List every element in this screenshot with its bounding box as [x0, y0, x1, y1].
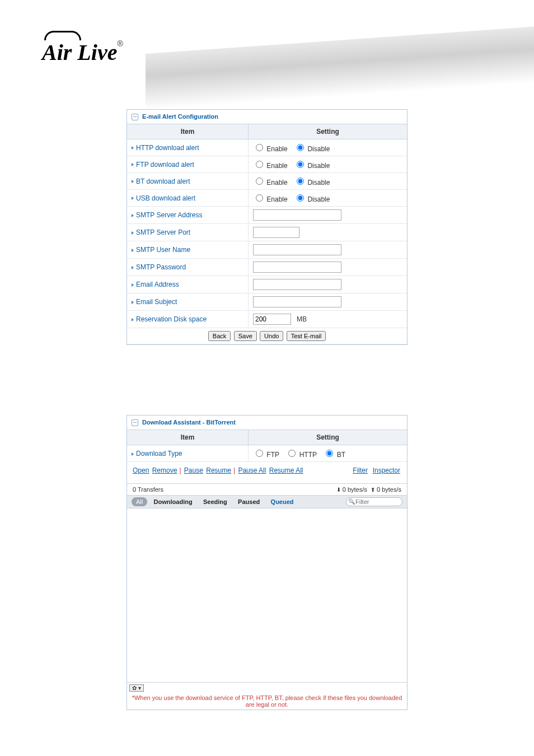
row-arrow-icon: [132, 231, 134, 235]
disable-text: Disable: [307, 162, 330, 170]
row-arrow-icon: [132, 301, 134, 304]
type-http-radio[interactable]: [288, 450, 296, 457]
torrent-list: [127, 508, 407, 682]
row-arrow-icon: [132, 163, 134, 166]
resv-input[interactable]: [253, 314, 291, 325]
filter-link[interactable]: Filter: [353, 466, 368, 474]
header-swoosh: [146, 25, 534, 110]
pause-all-link[interactable]: Pause All: [238, 466, 266, 474]
resume-link[interactable]: Resume: [206, 466, 231, 474]
smtp-user-input[interactable]: [253, 244, 341, 255]
type-ftp-text: FTP: [266, 451, 279, 459]
col-header-item: Item: [127, 430, 249, 445]
download-type-label: Download Type: [136, 450, 182, 458]
usb-disable-radio[interactable]: [297, 194, 304, 202]
row-arrow-icon: [132, 146, 134, 150]
email-panel-title-text: E-mail Alert Configuration: [142, 113, 218, 120]
torrent-toolbar: Open Remove| Pause Resume| Pause All Res…: [127, 462, 407, 483]
brand-logo: Air Live®: [42, 31, 123, 66]
email-subj-input[interactable]: [253, 296, 341, 307]
col-header-item: Item: [127, 124, 249, 139]
remove-link[interactable]: Remove: [152, 466, 177, 474]
disable-text: Disable: [307, 145, 330, 153]
tab-all[interactable]: All: [132, 497, 147, 506]
bt-alert-label: BT download alert: [136, 178, 190, 185]
tab-seeding[interactable]: Seeding: [199, 497, 232, 506]
usb-enable-radio[interactable]: [256, 194, 263, 202]
gear-menu-button[interactable]: ✿ ▾: [129, 684, 144, 692]
ftp-enable-radio[interactable]: [256, 161, 263, 168]
bt-panel-title: Download Assistant - BitTorrent: [127, 416, 407, 430]
pause-link[interactable]: Pause: [184, 466, 203, 474]
email-addr-input[interactable]: [253, 279, 341, 290]
smtp-pass-label: SMTP Password: [136, 263, 186, 271]
enable-text: Enable: [266, 162, 287, 170]
smtp-user-label: SMTP User Name: [136, 246, 190, 254]
bt-panel-title-text: Download Assistant - BitTorrent: [142, 419, 236, 426]
disable-text: Disable: [307, 179, 330, 186]
row-arrow-icon: [132, 180, 134, 183]
back-button[interactable]: Back: [208, 331, 231, 341]
undo-button[interactable]: Undo: [260, 331, 283, 341]
inspector-link[interactable]: Inspector: [373, 466, 400, 474]
open-link[interactable]: Open: [133, 466, 149, 474]
brand-text: Air Live: [42, 40, 117, 65]
row-arrow-icon: [132, 249, 134, 252]
email-subj-label: Email Subject: [136, 298, 177, 306]
logo-arc-icon: [44, 31, 81, 40]
disable-text: Disable: [307, 195, 330, 203]
legal-warning: *When you use the download service of FT…: [127, 693, 407, 710]
smtp-port-input[interactable]: [253, 227, 299, 238]
bittorrent-panel: Download Assistant - BitTorrent Item Set…: [127, 415, 407, 710]
enable-text: Enable: [266, 179, 287, 186]
usb-alert-label: USB download alert: [136, 194, 195, 202]
row-arrow-icon: [132, 214, 134, 217]
transfer-stats-bar: 0 Transfers ⬇ 0 bytes/s ⬆ 0 bytes/s: [127, 483, 407, 496]
tab-queued[interactable]: Queued: [266, 497, 298, 506]
tab-paused[interactable]: Paused: [233, 497, 264, 506]
http-disable-radio[interactable]: [297, 144, 304, 151]
row-arrow-icon: [132, 452, 134, 456]
upload-arrow-icon: ⬆: [371, 487, 375, 493]
transfers-count: 0 Transfers: [133, 486, 163, 493]
type-bt-text: BT: [337, 451, 345, 459]
type-bt-radio[interactable]: [326, 450, 333, 457]
email-addr-label: Email Address: [136, 281, 179, 288]
http-enable-radio[interactable]: [256, 144, 263, 151]
save-button[interactable]: Save: [234, 331, 257, 341]
col-header-setting: Setting: [249, 430, 407, 445]
tab-downloading[interactable]: Downloading: [149, 497, 197, 506]
button-row: Back Save Undo Test E-mail: [127, 328, 407, 344]
download-arrow-icon: ⬇: [336, 487, 341, 493]
resv-label: Reservation Disk space: [136, 315, 207, 323]
row-arrow-icon: [132, 283, 134, 287]
enable-text: Enable: [266, 195, 287, 203]
col-header-setting: Setting: [249, 124, 407, 139]
resume-all-link[interactable]: Resume All: [269, 466, 303, 474]
filter-tabs: All Downloading Seeding Paused Queued 🔍: [127, 496, 407, 508]
smtp-addr-input[interactable]: [253, 209, 341, 221]
resv-unit: MB: [297, 315, 307, 323]
type-http-text: HTTP: [299, 451, 317, 459]
smtp-port-label: SMTP Server Port: [136, 228, 190, 236]
enable-text: Enable: [266, 145, 287, 153]
gear-bar: ✿ ▾: [127, 682, 407, 693]
collapse-icon[interactable]: [132, 419, 138, 426]
collapse-icon[interactable]: [132, 114, 138, 120]
ftp-alert-label: FTP download alert: [136, 161, 194, 169]
row-arrow-icon: [132, 318, 134, 321]
bt-enable-radio[interactable]: [256, 178, 263, 185]
type-ftp-radio[interactable]: [256, 450, 263, 457]
smtp-pass-input[interactable]: [253, 262, 341, 273]
bt-disable-radio[interactable]: [297, 178, 304, 185]
dl-speed: 0 bytes/s: [343, 486, 367, 493]
toolbar-separator: |: [233, 466, 235, 474]
ftp-disable-radio[interactable]: [297, 161, 304, 168]
email-alert-panel: E-mail Alert Configuration Item Setting …: [127, 109, 407, 345]
toolbar-separator: |: [179, 466, 181, 474]
http-alert-label: HTTP download alert: [136, 144, 199, 152]
email-panel-title: E-mail Alert Configuration: [127, 110, 407, 124]
test-email-button[interactable]: Test E-mail: [287, 331, 326, 341]
bt-form-table: Item Setting Download Type FTP HTTP BT: [127, 430, 407, 462]
ul-speed: 0 bytes/s: [377, 486, 401, 493]
